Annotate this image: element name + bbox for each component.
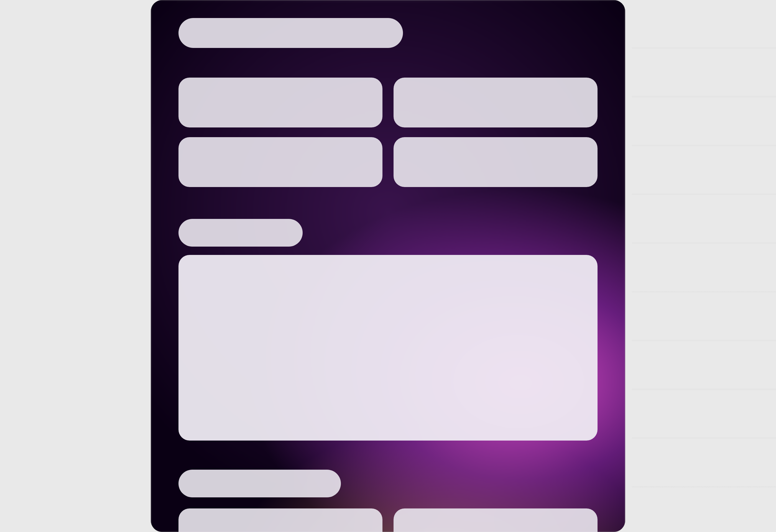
large-panel-placeholder[interactable] <box>179 255 597 441</box>
section-header-pill <box>179 219 303 247</box>
card-placeholder[interactable] <box>179 508 382 532</box>
page <box>0 0 776 532</box>
card-placeholder[interactable] <box>394 77 597 127</box>
card-placeholder[interactable] <box>179 137 382 187</box>
card-placeholder[interactable] <box>394 137 597 187</box>
card-placeholder[interactable] <box>179 77 382 127</box>
card-placeholder[interactable] <box>394 508 597 532</box>
content-column <box>179 0 597 532</box>
section-header-pill <box>179 470 341 497</box>
device-mock-frame <box>151 0 625 532</box>
section-header-pill <box>179 18 403 48</box>
